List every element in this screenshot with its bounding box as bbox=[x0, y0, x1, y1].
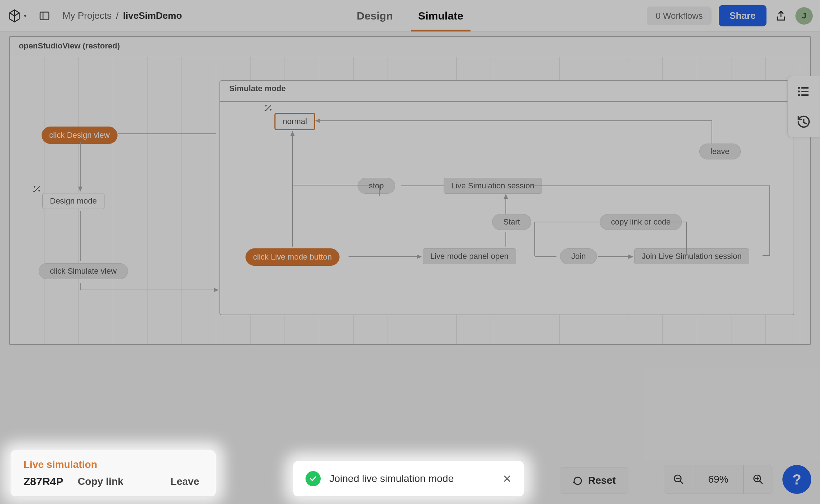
copy-link-button[interactable]: Copy link bbox=[78, 476, 123, 487]
svg-line-19 bbox=[760, 481, 763, 484]
list-icon[interactable] bbox=[796, 84, 812, 99]
app-logo[interactable]: ▾ bbox=[7, 9, 26, 23]
node-click-live-mode-button[interactable]: click Live mode button bbox=[245, 248, 339, 266]
breadcrumb-separator: / bbox=[116, 10, 119, 21]
svg-point-12 bbox=[798, 87, 800, 89]
node-normal[interactable]: normal bbox=[274, 113, 315, 130]
export-icon[interactable] bbox=[774, 9, 788, 23]
node-copy-link-or-code[interactable]: copy link or code bbox=[600, 214, 682, 230]
svg-point-14 bbox=[798, 94, 800, 96]
toast-message: Joined live simulation mode bbox=[329, 473, 454, 484]
zoom-in-button[interactable] bbox=[744, 465, 773, 494]
view-tabs: Design Simulate bbox=[356, 0, 463, 31]
svg-line-16 bbox=[680, 481, 683, 484]
avatar[interactable]: J bbox=[795, 7, 813, 25]
tab-simulate[interactable]: Simulate bbox=[418, 0, 463, 31]
canvas-title: openStudioView (restored) bbox=[19, 41, 120, 51]
breadcrumb-root[interactable]: My Projects bbox=[63, 10, 112, 21]
svg-rect-0 bbox=[40, 12, 49, 20]
app-header: ▾ My Projects / liveSimDemo Design Simul… bbox=[0, 0, 820, 32]
close-icon[interactable]: ✕ bbox=[503, 473, 512, 485]
node-live-simulation-session[interactable]: Live Simulation session bbox=[444, 178, 542, 194]
breadcrumb: My Projects / liveSimDemo bbox=[63, 10, 182, 21]
node-join[interactable]: Join bbox=[560, 248, 597, 264]
zoom-value[interactable]: 69% bbox=[693, 465, 744, 494]
zoom-out-button[interactable] bbox=[664, 465, 693, 494]
canvas-area[interactable]: openStudioView (restored) click Design v… bbox=[9, 36, 811, 345]
node-design-mode[interactable]: Design mode bbox=[42, 193, 104, 209]
live-simulation-title: Live simulation bbox=[24, 459, 203, 470]
node-leave[interactable]: leave bbox=[699, 144, 741, 159]
node-live-mode-panel-open[interactable]: Live mode panel open bbox=[423, 248, 516, 264]
svg-marker-4 bbox=[290, 131, 295, 136]
node-stop[interactable]: stop bbox=[358, 178, 395, 194]
workflows-button[interactable]: 0 Workflows bbox=[647, 7, 711, 25]
live-simulation-panel: Live simulation Z87R4P Copy link Leave bbox=[10, 450, 216, 497]
node-start[interactable]: Start bbox=[492, 214, 531, 230]
svg-marker-6 bbox=[315, 119, 320, 123]
success-check-icon bbox=[306, 471, 321, 486]
history-icon[interactable] bbox=[796, 114, 812, 130]
svg-marker-8 bbox=[628, 255, 633, 259]
svg-marker-5 bbox=[504, 194, 508, 199]
node-join-live-simulation-session[interactable]: Join Live Simulation session bbox=[634, 248, 749, 264]
simulate-mode-title: Simulate mode bbox=[229, 84, 286, 93]
sidebar-toggle-icon[interactable] bbox=[37, 9, 52, 23]
leave-button[interactable]: Leave bbox=[171, 476, 199, 487]
toast-notification: Joined live simulation mode ✕ bbox=[293, 461, 524, 497]
wand-icon bbox=[264, 103, 273, 113]
breadcrumb-project[interactable]: liveSimDemo bbox=[123, 10, 182, 21]
wand-icon bbox=[32, 184, 42, 194]
simulate-mode-box: Simulate mode normal stop Live Simulatio… bbox=[219, 80, 794, 315]
help-button[interactable]: ? bbox=[782, 465, 811, 494]
reset-button[interactable]: Reset bbox=[560, 467, 628, 494]
node-click-design-view[interactable]: click Design view bbox=[42, 127, 118, 144]
svg-point-13 bbox=[798, 90, 800, 92]
logo-chevron-icon: ▾ bbox=[24, 13, 26, 19]
share-button[interactable]: Share bbox=[719, 5, 766, 26]
node-click-simulate-view[interactable]: click Simulate view bbox=[39, 263, 128, 279]
session-code: Z87R4P bbox=[24, 475, 63, 488]
tab-design[interactable]: Design bbox=[356, 0, 393, 31]
right-side-panel bbox=[787, 76, 820, 137]
zoom-control: 69% bbox=[664, 465, 773, 494]
reset-label: Reset bbox=[588, 475, 616, 486]
svg-marker-7 bbox=[417, 255, 422, 259]
